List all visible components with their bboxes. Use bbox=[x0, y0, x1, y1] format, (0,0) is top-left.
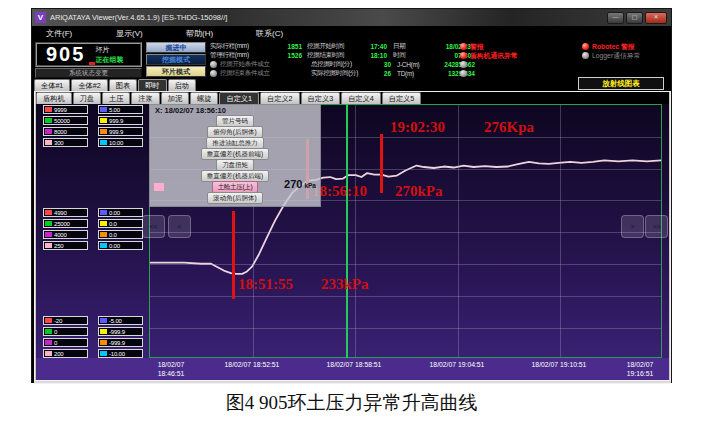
menu-item-2[interactable]: 帮助(H) bbox=[172, 28, 242, 39]
field-label: 实际挖掘时间(分) bbox=[311, 69, 369, 78]
title-bar: V ARiQATAYA Viewer(Ver.4.65.1.9) [ES-THD… bbox=[32, 9, 671, 26]
tab-sub-5[interactable]: 螺旋 bbox=[190, 92, 218, 104]
legend-item: 0.00 bbox=[98, 208, 143, 217]
tooltip-value: 270kPa bbox=[284, 179, 316, 191]
grid-line-v bbox=[458, 105, 459, 357]
tab-sub-3[interactable]: 注浆 bbox=[131, 92, 159, 104]
scroll-right-button-3[interactable]: >> bbox=[645, 215, 668, 238]
comm-label: Logger通信异常 bbox=[592, 51, 640, 61]
tick-time: 19:16:51 bbox=[614, 369, 666, 378]
legend-color-swatch bbox=[45, 351, 52, 356]
annotation-time-2: 19:02:30 bbox=[390, 119, 445, 136]
legend-item: -20 bbox=[43, 316, 88, 325]
legend-color-swatch bbox=[45, 318, 52, 323]
field-label: 挖掘开始时间 bbox=[307, 42, 365, 51]
legend-item: 300 bbox=[43, 138, 88, 147]
maximize-button[interactable]: ▢ bbox=[626, 12, 643, 24]
tooltip-channel-button[interactable]: 滚动角(后胴体) bbox=[207, 192, 262, 204]
legend-color-swatch bbox=[100, 340, 107, 345]
tab-main-3[interactable]: 即时 bbox=[138, 79, 166, 91]
tab-sub-7[interactable]: 自定义2 bbox=[260, 92, 300, 104]
legend-color-swatch bbox=[45, 118, 52, 123]
event-marker-line-0 bbox=[232, 211, 235, 299]
figure-caption: 图4 905环土压力异常升高曲线 bbox=[0, 390, 703, 416]
scroll-left-button-0[interactable]: << bbox=[142, 215, 165, 238]
tab-sub-1[interactable]: 刀盘 bbox=[73, 92, 101, 104]
legend-value: 0 bbox=[54, 329, 57, 335]
tick-date: 18/02/07 bbox=[145, 360, 197, 369]
legend-color-swatch bbox=[45, 210, 52, 215]
header-row-1: 管理行程(mm)1526挖掘结束时间18:10时间07:40 bbox=[210, 51, 475, 60]
scroll-right-button-2[interactable]: > bbox=[621, 215, 644, 238]
header-row-2: 挖掘开始条件成立总挖掘时间(分)30J-CH(m)24285.662 bbox=[210, 60, 475, 69]
tooltip-x-value: X: 18/02/07 18:56:10 bbox=[150, 105, 320, 115]
tab-sub-10[interactable]: 自定义5 bbox=[382, 92, 422, 104]
tab-main-2[interactable]: 图表 bbox=[109, 79, 137, 91]
tooltip-channel-button[interactable]: 推进油缸总推力 bbox=[206, 137, 264, 149]
window-title: ARiQATAYA Viewer(Ver.4.65.1.9) [ES-THDG-… bbox=[50, 13, 607, 22]
tooltip-row-3: 垂直偏差(机器前端) bbox=[150, 148, 320, 159]
mode-button-2[interactable]: 环片模式 bbox=[146, 66, 206, 77]
legend-item: 0.0 bbox=[98, 230, 143, 239]
tooltip-row-0: 管片号码 bbox=[150, 115, 320, 126]
tab-sub-4[interactable]: 加泥 bbox=[161, 92, 189, 104]
legend-item: 250 bbox=[43, 241, 88, 250]
tooltip-row-1: 俯仰角(后胴体) bbox=[150, 126, 320, 137]
tab-sub-8[interactable]: 自定义3 bbox=[301, 92, 341, 104]
field-value: 1526 bbox=[278, 52, 302, 59]
close-button[interactable]: ✕ bbox=[645, 12, 667, 24]
tooltip-channel-button[interactable]: 垂直偏差(机器后端) bbox=[201, 170, 269, 182]
field-value: 17:40 bbox=[365, 43, 387, 50]
legend-color-swatch bbox=[45, 107, 52, 112]
field-value: 1851 bbox=[278, 43, 302, 50]
app-icon: V bbox=[35, 12, 46, 23]
tooltip-channel-button[interactable]: 垂直偏差(机器前端) bbox=[201, 148, 269, 160]
legend-color-swatch bbox=[100, 232, 107, 237]
chart-cursor-line[interactable] bbox=[346, 104, 348, 358]
legend-item: 0.0 bbox=[98, 219, 143, 228]
tab-sub-9[interactable]: 自定义4 bbox=[341, 92, 381, 104]
legend-item: -999.9 bbox=[98, 327, 143, 336]
menu-item-3[interactable]: 联系(C) bbox=[242, 28, 312, 39]
tab-sub-0[interactable]: 盾构机 bbox=[36, 92, 72, 104]
legend-item: -5.00 bbox=[98, 316, 143, 325]
legend-value: 0.00 bbox=[109, 243, 120, 249]
tooltip-channel-button[interactable]: 管片号码 bbox=[216, 115, 254, 127]
menu-item-0[interactable]: 文件(F) bbox=[32, 28, 102, 39]
tab-main-1[interactable]: 全体#2 bbox=[71, 79, 107, 91]
legend-color-swatch bbox=[100, 140, 107, 145]
condition-led bbox=[210, 70, 217, 77]
radial-chart-button[interactable]: 放射线图表 bbox=[578, 77, 664, 90]
tooltip-channel-button[interactable]: 土舱土压(上) bbox=[212, 181, 259, 193]
legend-value: -999.9 bbox=[109, 329, 125, 335]
tick-time: 18:46:51 bbox=[145, 369, 197, 378]
legend-color-swatch bbox=[100, 221, 107, 226]
header-row-3: 挖掘结束条件成立实际挖掘时间(分)26TD(m)1329.434 bbox=[210, 69, 475, 78]
condition-label: 挖掘开始条件成立 bbox=[220, 60, 306, 69]
tab-sub-2[interactable]: 土压 bbox=[102, 92, 130, 104]
minimize-button[interactable]: — bbox=[607, 12, 624, 24]
status-header: 905 环片 正在组装 系统状态变更 实际行程(mm)1851挖掘开始时间17:… bbox=[32, 41, 671, 78]
legend-color-swatch bbox=[100, 329, 107, 334]
system-state-button[interactable]: 系统状态变更 bbox=[35, 68, 142, 78]
tooltip-channel-button[interactable]: 刀盘扭矩 bbox=[216, 159, 254, 171]
tab-main-0[interactable]: 全体#1 bbox=[34, 79, 70, 91]
panel-bottom-edge bbox=[34, 380, 671, 384]
tooltip-channel-button[interactable]: 俯仰角(后胴体) bbox=[207, 126, 262, 138]
field-label: 总挖掘时间(分) bbox=[311, 60, 369, 69]
tab-sub-6[interactable]: 自定义1 bbox=[219, 92, 259, 104]
legend-value: 999.9 bbox=[109, 118, 123, 124]
legend-item: 10.00 bbox=[98, 138, 143, 147]
alarm-label: 盾构机通讯异常 bbox=[470, 51, 518, 61]
main-tab-bar: 全体#1全体#2图表即时启动 bbox=[34, 78, 671, 91]
scroll-left-button-1[interactable]: < bbox=[168, 215, 191, 238]
comm-led bbox=[582, 43, 589, 50]
grid-line-h bbox=[150, 328, 661, 329]
legend-item: 4990 bbox=[43, 208, 88, 217]
grid-line-v bbox=[355, 105, 356, 357]
mode-button-1[interactable]: 挖掘模式 bbox=[146, 54, 206, 65]
alarm-led bbox=[460, 70, 467, 77]
menu-item-1[interactable]: 显示(V) bbox=[102, 28, 172, 39]
mode-button-0[interactable]: 掘进中 bbox=[146, 42, 206, 53]
tab-main-4[interactable]: 启动 bbox=[168, 79, 196, 91]
